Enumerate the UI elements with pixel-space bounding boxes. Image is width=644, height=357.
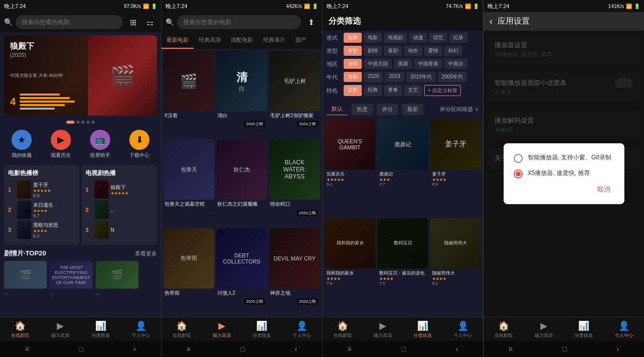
filter-tag-drama[interactable]: 剧情 [364,46,382,56]
sys-home-1[interactable]: □ [79,345,84,353]
hero-dot-2[interactable] [76,121,79,124]
filter-movie-4[interactable]: 我和我的家乡 我和我的家乡 ★★★★ 7.4 [325,218,375,315]
search-input-1[interactable] [16,15,123,29]
tab-dubbed[interactable]: 国配电影 [226,32,258,49]
qa-cast[interactable]: 📺 投屏助手 [90,130,110,159]
filter-tag-doc[interactable]: 纪录 [449,33,467,43]
movie-card-6[interactable]: BLACK WATER: ABYSS 2020上映 绝命鳄口 [269,139,320,226]
nav-filter-3[interactable]: 📊 分类筛选 [403,320,443,339]
sort-hot[interactable]: 热度 [352,104,373,115]
sys-menu-4[interactable]: ≡ [509,345,513,353]
drama-item-2[interactable]: THE MOST ELECTRIFYING ENTERTAINMENT OF O… [50,261,93,295]
radio-smart[interactable] [514,154,523,163]
chart-movie-item-1[interactable]: 1 姜子牙 ★★★★★ 6.9 [8,181,75,199]
nav-cinema-4[interactable]: 🏠 在线影院 [484,320,524,339]
hero-dot-4[interactable] [87,121,90,124]
sys-menu-1[interactable]: ≡ [25,345,29,353]
filter-tag-romance[interactable]: 爱情 [424,46,442,56]
filter-movie-5[interactable]: 数码宝贝 数码宝贝：最后的进化 ★★★★ 7.5 [377,218,428,315]
nav-profile-4[interactable]: 👤 个人中心 [604,320,644,339]
filter-tag-type-all[interactable]: 全部 [344,46,362,56]
chart-movie-item-3[interactable]: 3 黑暗与邪恶 ★★★★ 6.1 [8,221,75,239]
filter-tag-hk[interactable]: 中国香港 [414,59,442,69]
filter-tag-comedy[interactable]: 喜剧 [384,46,402,56]
filter-tag-variety[interactable]: 综艺 [429,33,447,43]
sys-home-3[interactable]: □ [401,345,406,353]
hero-dot-5[interactable] [92,121,95,124]
tab-latest-movies[interactable]: 最新电影 [162,32,194,49]
nav-filter-4[interactable]: 📊 分类筛选 [564,320,604,339]
filter-tag-youth[interactable]: 青春 [384,85,402,96]
filter-add-tag-btn[interactable]: + 自定义标签 [424,85,461,96]
filter-tag-2010s[interactable]: 2010年代 [407,72,436,82]
settings-back-btn[interactable]: ‹ [490,16,493,27]
sys-back-2[interactable]: ‹ [295,345,297,353]
filter-movie-1[interactable]: QUEEN'S GAMBIT 后翼弃兵 ★★★★★ 9.1 [325,119,375,216]
dialog-option-smart[interactable]: 智能播放器, 支持小窗、Gif录制 [514,153,614,163]
filter-tag-region-all[interactable]: 全部 [344,59,362,69]
sys-menu-3[interactable]: ≡ [348,345,352,353]
filter-tag-scifi[interactable]: 科幻 [444,46,462,56]
hero-banner-1[interactable]: 狼殿下 (2020) 中国大陆古装 片长 45分钟 4 🎬 [4,35,157,116]
sys-home-2[interactable]: □ [240,345,245,353]
nav-profile-1[interactable]: 👤 个人中心 [121,320,161,339]
chart-tv-item-1[interactable]: 1 狼殿下 ★★★★★ [86,181,153,199]
hero-dot-3[interactable] [82,121,85,124]
sort-score[interactable]: 评分 [377,104,398,115]
sys-menu-2[interactable]: ≡ [187,345,191,353]
filter-movie-6[interactable]: 隐秘而伟大 隐秘而伟大 ★★★★ 8.1 [430,218,481,315]
dialog-option-x5[interactable]: X5播放器, 速度快, 推荐 [514,169,614,178]
nav-hd-3[interactable]: ▶ 磁力高清 [363,320,403,339]
nav-cinema-2[interactable]: 🏠 在线影院 [162,320,202,339]
scan-icon-1[interactable]: ⊞ [126,15,140,29]
movie-card-2[interactable]: 清 白 2020上映 清白 [216,51,267,137]
filter-movie-3[interactable]: 姜子牙 姜子牙 ★★★★ 6.9 [430,119,481,216]
dialog-overlay[interactable]: 智能播放器, 支持小窗、Gif录制 X5播放器, 速度快, 推荐 取消 [484,31,644,317]
nav-hd-1[interactable]: ▶ 磁力高清 [40,320,80,339]
nav-hd-2[interactable]: ▶ 磁力高清 [202,320,242,339]
chart-movie-item-2[interactable]: 2 末日逃生 ★★★★ 5.7 [8,201,75,219]
nav-profile-3[interactable]: 👤 个人中心 [443,320,483,339]
movie-card-3[interactable]: 毛驴上树 2020上映 毛驴上树2假驴搬家 [269,51,320,137]
qa-history[interactable]: ▶ 观看历史 [51,130,71,159]
drama-item-3[interactable]: 🎬 ... [96,261,138,295]
qa-download[interactable]: ⬇ 下载中心 [129,130,149,159]
filter-tag-tw[interactable]: 中国台 [444,59,467,69]
filter-movie-2[interactable]: 鹿鼎记 鹿鼎记 ★★★ 2.7 [377,119,428,216]
filter-tag-feature-all[interactable]: 全部 [344,85,362,96]
filter-tag-tv[interactable]: 电视剧 [384,33,407,43]
filter-tag-format-all[interactable]: 全部 [344,33,362,43]
nav-cinema-1[interactable]: 🏠 在线影院 [0,320,40,339]
nav-cinema-3[interactable]: 🏠 在线影院 [323,320,363,339]
nav-filter-2[interactable]: 📊 分类筛选 [242,320,282,339]
sort-new[interactable]: 最新 [402,104,423,115]
nav-profile-2[interactable]: 👤 个人中心 [282,320,322,339]
chart-tv-item-2[interactable]: 2 ... [86,201,153,219]
filter-tag-era-all[interactable]: 全部 [344,72,362,82]
sys-back-3[interactable]: ‹ [456,345,458,353]
filter-tag-2020[interactable]: 2020 [364,72,383,82]
drama-item-1[interactable]: 🎬 ... [4,261,47,295]
movie-card-1[interactable]: 🎬 #活着 [164,51,214,137]
nav-filter-1[interactable]: 📊 分类筛选 [80,320,121,339]
tab-classic-hd[interactable]: 经典高清 [194,32,226,49]
movie-card-8[interactable]: DEBT COLLECTORS 2020上映 讨债人2 [216,228,267,315]
grid-icon-1[interactable]: ⚏ [143,15,157,29]
filter-tag-usa[interactable]: 美国 [394,59,412,69]
filter-tag-2000s[interactable]: 2000年代 [438,72,467,82]
sort-score-filter[interactable]: 评分区间筛选 ∨ [440,106,479,113]
chart-tv-item-3[interactable]: 3 N [86,221,153,239]
sys-back-4[interactable]: ‹ [617,345,619,353]
filter-tag-classic[interactable]: 经典 [364,85,382,96]
search-input-2[interactable] [177,15,301,29]
filter-tag-art[interactable]: 文艺 [404,85,422,96]
filter-tag-action[interactable]: 动作 [404,46,422,56]
hero-dot-1[interactable] [66,121,74,124]
tab-hk-classic[interactable]: 经典港片 [258,32,290,49]
drama-more-1[interactable]: 查看更多 [135,250,157,257]
tab-domestic[interactable]: 国产 [290,32,311,49]
upload-icon-2[interactable]: ⬆ [304,15,318,29]
sys-home-4[interactable]: □ [562,345,567,353]
movie-card-7[interactable]: 热带雨 热带雨 [164,228,214,315]
filter-tag-anime[interactable]: 动漫 [409,33,427,43]
